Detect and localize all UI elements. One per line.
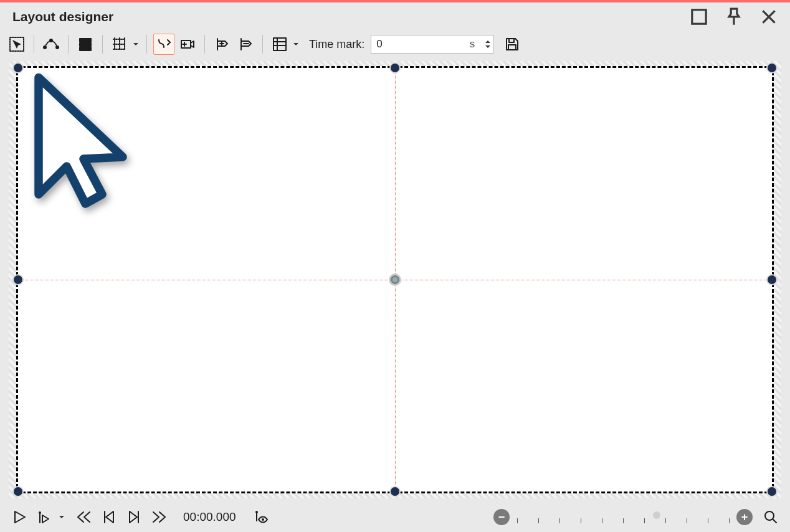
time-mark-unit: s xyxy=(470,38,475,50)
handle-center[interactable] xyxy=(389,273,401,286)
bottom-toolbar: 00:00.000 − + xyxy=(0,502,790,532)
close-button[interactable] xyxy=(759,7,779,27)
handle-ne[interactable] xyxy=(766,62,778,74)
time-mark-value: 0 xyxy=(376,38,470,50)
zoom-fit-button[interactable] xyxy=(760,506,781,528)
table-dropdown[interactable] xyxy=(292,41,300,47)
cursor-overlay-icon xyxy=(29,73,141,226)
forward-end-button[interactable] xyxy=(148,506,169,528)
zoom-out-button[interactable]: − xyxy=(493,509,510,525)
zoom-slider-knob[interactable] xyxy=(653,511,660,519)
svg-point-4 xyxy=(56,46,59,49)
play-button[interactable] xyxy=(9,506,30,528)
stage-area xyxy=(0,57,790,502)
pin-button[interactable] xyxy=(724,7,744,27)
top-toolbar: Time mark: 0 s xyxy=(0,31,790,57)
handle-nw[interactable] xyxy=(12,62,24,74)
layout-canvas[interactable] xyxy=(16,66,774,493)
time-mark-input[interactable]: 0 s xyxy=(371,35,494,54)
svg-rect-11 xyxy=(508,45,516,50)
handle-e[interactable] xyxy=(766,274,778,285)
svg-rect-7 xyxy=(80,47,91,50)
svg-point-14 xyxy=(262,518,264,521)
svg-rect-10 xyxy=(509,39,514,42)
handle-sw[interactable] xyxy=(12,486,24,497)
keyframe-add-button[interactable] xyxy=(211,34,232,55)
svg-rect-6 xyxy=(80,43,91,46)
svg-rect-9 xyxy=(274,38,286,50)
play-segment-dropdown[interactable] xyxy=(57,514,66,520)
timecode-display: 00:00.000 xyxy=(183,510,236,524)
window-title: Layout designer xyxy=(12,9,113,24)
handle-n[interactable] xyxy=(389,62,401,74)
handle-s[interactable] xyxy=(389,486,401,497)
path-tool-button[interactable] xyxy=(153,34,174,55)
rewind-start-button[interactable] xyxy=(74,506,95,528)
select-tool-button[interactable] xyxy=(6,34,27,55)
visibility-toggle-button[interactable] xyxy=(250,506,271,528)
next-frame-button[interactable] xyxy=(123,506,145,528)
prev-frame-button[interactable] xyxy=(98,506,120,528)
play-segment-button[interactable] xyxy=(34,506,55,528)
zoom-in-button[interactable]: + xyxy=(736,509,753,525)
handle-w[interactable] xyxy=(12,274,24,285)
time-mark-label: Time mark: xyxy=(309,38,364,51)
grid-button[interactable] xyxy=(109,34,130,55)
svg-rect-0 xyxy=(692,10,706,24)
svg-rect-5 xyxy=(80,39,91,42)
curve-edit-button[interactable] xyxy=(40,34,62,55)
handle-se[interactable] xyxy=(766,486,778,497)
maximize-button[interactable] xyxy=(689,7,709,27)
keyframe-remove-button[interactable] xyxy=(235,34,256,55)
layers-button[interactable] xyxy=(75,34,96,55)
svg-point-2 xyxy=(44,46,46,49)
time-spin-up[interactable] xyxy=(485,39,491,44)
table-button[interactable] xyxy=(269,34,290,55)
camera-add-button[interactable] xyxy=(177,34,198,55)
time-spin-down[interactable] xyxy=(485,45,491,49)
save-button[interactable] xyxy=(502,34,523,55)
titlebar: Layout designer xyxy=(0,2,790,31)
svg-point-3 xyxy=(50,39,52,42)
grid-dropdown[interactable] xyxy=(131,41,140,47)
zoom-slider[interactable] xyxy=(517,510,729,525)
